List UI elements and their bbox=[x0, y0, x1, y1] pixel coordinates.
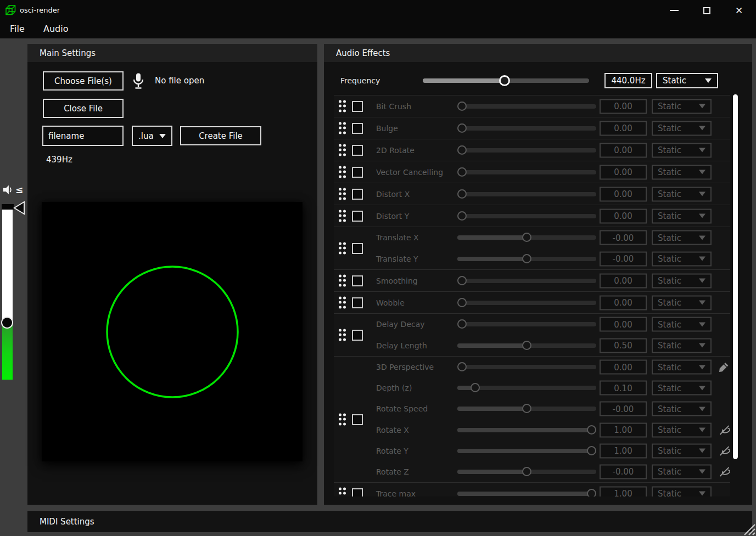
frequency-slider[interactable] bbox=[423, 78, 589, 83]
effect-slider[interactable] bbox=[457, 170, 596, 174]
effect-slider-thumb[interactable] bbox=[457, 276, 467, 285]
close-file-button[interactable]: Close File bbox=[43, 99, 124, 118]
effect-slider-thumb[interactable] bbox=[587, 446, 596, 455]
effect-mode-dropdown[interactable]: Static bbox=[652, 360, 712, 375]
effect-slider-thumb[interactable] bbox=[471, 383, 480, 392]
menu-file[interactable]: File bbox=[10, 24, 25, 34]
effect-value-box[interactable]: 0.10 bbox=[600, 381, 647, 396]
effect-value-box[interactable]: 0.00 bbox=[600, 273, 647, 288]
minimize-button[interactable] bbox=[662, 0, 687, 21]
effect-slider[interactable] bbox=[457, 428, 596, 432]
effect-value-box[interactable]: 0.00 bbox=[600, 99, 647, 114]
effect-value-box[interactable]: 0.00 bbox=[600, 165, 647, 179]
midi-settings-panel[interactable]: MIDI Settings bbox=[27, 511, 752, 532]
effect-slider[interactable] bbox=[457, 386, 596, 390]
effect-slider-thumb[interactable] bbox=[587, 425, 596, 435]
create-file-button[interactable]: Create File bbox=[180, 126, 261, 145]
rotate-axis-icon[interactable] bbox=[718, 444, 730, 457]
effect-slider-thumb[interactable] bbox=[457, 211, 467, 221]
effect-value-box[interactable]: -0.00 bbox=[600, 251, 647, 266]
menu-audio[interactable]: Audio bbox=[43, 24, 68, 34]
rotate-axis-icon[interactable] bbox=[718, 424, 730, 436]
effect-mode-dropdown[interactable]: Static bbox=[652, 230, 712, 245]
effect-slider-thumb[interactable] bbox=[457, 362, 467, 371]
effect-mode-dropdown[interactable]: Static bbox=[652, 208, 712, 223]
effect-slider[interactable] bbox=[457, 235, 596, 240]
effect-slider[interactable] bbox=[457, 343, 596, 348]
effect-value-box[interactable]: 0.00 bbox=[600, 187, 647, 201]
effect-mode-dropdown[interactable]: Static bbox=[652, 464, 712, 479]
effect-mode-dropdown[interactable]: Static bbox=[652, 121, 712, 136]
effect-slider[interactable] bbox=[457, 322, 596, 326]
effect-slider[interactable] bbox=[457, 470, 596, 474]
close-button[interactable]: ✕ bbox=[726, 0, 752, 21]
effect-slider-thumb[interactable] bbox=[457, 319, 467, 329]
choose-files-button[interactable]: Choose File(s) bbox=[43, 71, 124, 91]
effect-slider[interactable] bbox=[457, 148, 596, 153]
effect-mode-dropdown[interactable]: Static bbox=[652, 381, 712, 396]
effect-mode-dropdown[interactable]: Static bbox=[652, 165, 712, 179]
frequency-value-box[interactable]: 440.0Hz bbox=[604, 73, 652, 88]
frequency-slider-thumb[interactable] bbox=[499, 75, 510, 86]
effect-mode-dropdown[interactable]: Static bbox=[652, 251, 712, 266]
effect-slider[interactable] bbox=[457, 407, 596, 411]
effect-slider-thumb[interactable] bbox=[587, 489, 596, 497]
effect-slider-thumb[interactable] bbox=[522, 233, 531, 242]
effect-mode-dropdown[interactable]: Static bbox=[652, 443, 712, 458]
effect-value-box[interactable]: -0.00 bbox=[600, 402, 647, 416]
effect-mode-dropdown[interactable]: Static bbox=[652, 402, 712, 416]
effect-mode-dropdown[interactable]: Static bbox=[652, 273, 712, 288]
maximize-button[interactable] bbox=[694, 0, 719, 21]
effect-value-box[interactable]: 0.00 bbox=[600, 143, 647, 157]
effect-value-box[interactable]: 1.00 bbox=[600, 422, 647, 437]
volume-slider[interactable] bbox=[2, 204, 13, 380]
effect-value-box[interactable]: -0.00 bbox=[600, 464, 647, 479]
effect-slider[interactable] bbox=[457, 126, 596, 131]
effect-value-box[interactable]: 0.00 bbox=[600, 208, 647, 223]
effect-slider[interactable] bbox=[457, 492, 596, 496]
effect-slider-thumb[interactable] bbox=[522, 254, 531, 263]
effect-slider-thumb[interactable] bbox=[457, 123, 467, 133]
effect-slider-thumb[interactable] bbox=[457, 167, 467, 177]
effect-slider-thumb[interactable] bbox=[457, 298, 467, 307]
effect-slider-thumb[interactable] bbox=[457, 189, 467, 199]
volume-slider-thumb[interactable] bbox=[1, 317, 13, 329]
effect-value-box[interactable]: 0.00 bbox=[600, 295, 647, 310]
effect-slider[interactable] bbox=[457, 301, 596, 305]
effect-value-box[interactable]: 1.00 bbox=[600, 443, 647, 458]
effect-mode-dropdown[interactable]: Static bbox=[652, 422, 712, 437]
frequency-mode-dropdown[interactable]: Static bbox=[656, 73, 718, 88]
effect-value-box[interactable]: 1.00 bbox=[600, 486, 647, 496]
microphone-icon[interactable] bbox=[132, 72, 145, 92]
rotate-axis-icon[interactable] bbox=[718, 465, 730, 478]
effect-slider-thumb[interactable] bbox=[457, 101, 467, 111]
audio-effects-header[interactable]: Audio Effects bbox=[324, 44, 752, 62]
effect-slider-thumb[interactable] bbox=[522, 404, 531, 413]
effect-mode-dropdown[interactable]: Static bbox=[652, 317, 712, 332]
effect-mode-dropdown[interactable]: Static bbox=[652, 338, 712, 353]
effect-value-box[interactable]: 0.00 bbox=[600, 121, 647, 136]
effect-mode-dropdown[interactable]: Static bbox=[652, 99, 712, 114]
effect-mode-dropdown[interactable]: Static bbox=[652, 187, 712, 201]
effect-value-box[interactable]: 0.00 bbox=[600, 360, 647, 375]
effect-mode-dropdown[interactable]: Static bbox=[652, 143, 712, 157]
effect-value-box[interactable]: -0.00 bbox=[600, 230, 647, 245]
effect-slider-thumb[interactable] bbox=[457, 145, 467, 155]
effect-value-box[interactable]: 0.50 bbox=[600, 338, 647, 353]
effect-mode-dropdown[interactable]: Static bbox=[652, 295, 712, 310]
effect-slider-thumb[interactable] bbox=[522, 467, 531, 476]
effect-slider[interactable] bbox=[457, 257, 596, 261]
effect-slider[interactable] bbox=[457, 104, 596, 109]
effect-slider-thumb[interactable] bbox=[522, 341, 531, 350]
effect-slider[interactable] bbox=[457, 192, 596, 196]
effect-slider[interactable] bbox=[457, 214, 596, 218]
main-settings-header[interactable]: Main Settings bbox=[27, 44, 317, 62]
effect-slider[interactable] bbox=[457, 365, 596, 369]
pencil-icon[interactable] bbox=[718, 362, 730, 373]
resize-grip-icon[interactable] bbox=[742, 522, 755, 535]
filename-input[interactable] bbox=[42, 126, 124, 146]
effect-value-box[interactable]: 0.00 bbox=[600, 317, 647, 332]
effect-slider[interactable] bbox=[457, 279, 596, 283]
effect-mode-dropdown[interactable]: Static bbox=[652, 486, 712, 496]
file-extension-dropdown[interactable]: .lua bbox=[132, 126, 172, 146]
